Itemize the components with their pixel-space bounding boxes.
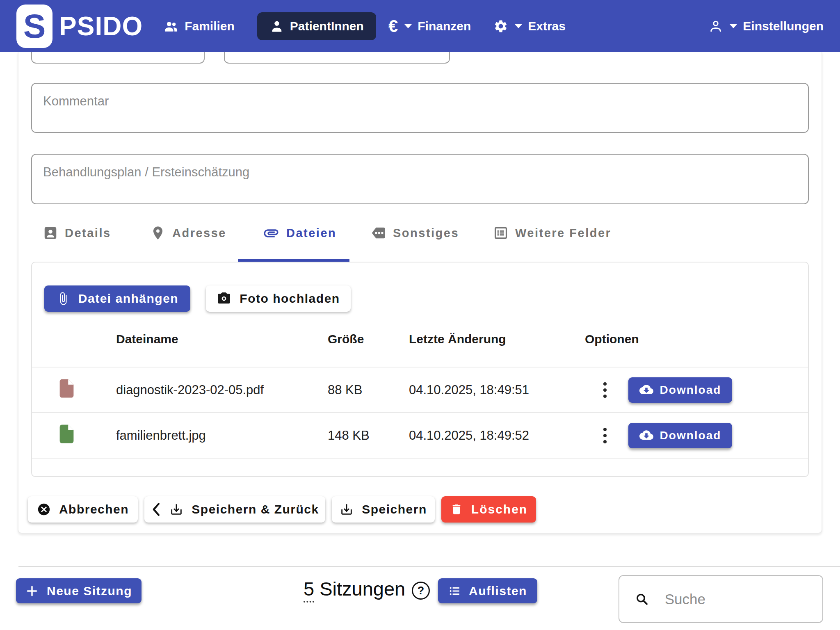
delete-label: Löschen — [471, 502, 527, 516]
save-and-back-button[interactable]: Speichern & Zurück — [144, 496, 325, 523]
location-pin-icon — [150, 225, 166, 241]
nav-label: Finanzen — [418, 19, 471, 33]
nav-item-familien[interactable]: Familien — [163, 18, 235, 34]
cancel-label: Abbrechen — [59, 502, 129, 516]
chevron-left-icon — [151, 502, 161, 516]
search-input[interactable] — [665, 591, 807, 607]
cancel-button[interactable]: Abbrechen — [28, 496, 138, 523]
list-alt-icon — [493, 225, 509, 241]
user-icon — [708, 19, 723, 34]
file-type-cell — [32, 378, 116, 402]
treatment-plan-textarea[interactable]: Behandlungsplan / Ersteinschätzung — [31, 154, 809, 204]
attach-file-label: Datei anhängen — [78, 292, 178, 306]
nav-label: Familien — [185, 19, 235, 33]
nav-label: Extras — [528, 19, 566, 33]
file-modified: 04.10.2025, 18:49:51 — [409, 383, 582, 397]
delete-button[interactable]: Löschen — [441, 496, 536, 523]
attach-file-button[interactable]: Datei anhängen — [44, 285, 190, 312]
download-cell: Download — [628, 423, 808, 448]
nav-item-extras[interactable]: Extras — [493, 19, 566, 34]
download-cell: Download — [628, 377, 808, 403]
file-name: diagnostik-2023-02-05.pdf — [116, 383, 328, 397]
cropped-input-row — [31, 52, 809, 64]
file-name: familienbrett.jpg — [116, 428, 328, 443]
active-tab-underline — [238, 259, 349, 262]
save-and-back-label: Speichern & Zurück — [192, 502, 319, 516]
plus-icon — [25, 584, 39, 598]
trash-icon — [450, 503, 463, 516]
tab-label: Sonstiges — [393, 226, 459, 240]
files-table-header: Dateiname Größe Letzte Änderung Optionen — [32, 330, 808, 349]
save-icon — [169, 502, 183, 516]
col-groesse: Größe — [328, 332, 409, 346]
comment-textarea[interactable]: Kommentar — [31, 83, 809, 133]
cancel-circle-icon — [37, 502, 51, 516]
file-size: 88 KB — [328, 383, 409, 397]
sessions-count-value[interactable]: 5 — [304, 578, 314, 603]
col-dateiname: Dateiname — [116, 332, 328, 346]
brand-title: PSIDO — [59, 11, 143, 41]
upload-photo-button[interactable]: Foto hochladen — [206, 285, 351, 312]
cloud-download-icon — [639, 384, 653, 396]
gear-icon — [493, 19, 508, 34]
pdf-file-icon — [57, 378, 76, 399]
table-row: familienbrett.jpg 148 KB 04.10.2025, 18:… — [32, 413, 808, 459]
nav-item-finanzen[interactable]: € Finanzen — [388, 18, 471, 35]
nav-item-patientinnen[interactable]: PatientInnen — [257, 12, 376, 40]
col-letzte-aenderung: Letzte Änderung — [409, 332, 582, 346]
file-modified: 04.10.2025, 18:49:52 — [409, 428, 582, 443]
new-session-button[interactable]: Neue Sitzung — [16, 578, 142, 603]
download-label: Download — [660, 383, 721, 397]
app-logo[interactable]: S — [16, 5, 52, 48]
account-box-icon — [43, 225, 58, 241]
list-sessions-label: Auflisten — [469, 584, 527, 598]
cropped-input-2[interactable] — [224, 52, 450, 64]
file-size: 148 KB — [328, 428, 409, 443]
nav-label: PatientInnen — [290, 19, 364, 33]
download-button[interactable]: Download — [628, 377, 732, 403]
save-icon — [340, 502, 354, 516]
person-icon — [269, 19, 284, 34]
file-options-menu-button[interactable] — [582, 382, 628, 398]
files-panel: Datei anhängen Foto hochladen Dateiname … — [31, 262, 809, 477]
nav-label: Einstellungen — [743, 19, 824, 33]
tab-label: Adresse — [172, 226, 226, 240]
tab-label: Details — [65, 226, 111, 240]
section-divider — [18, 566, 840, 567]
search-icon — [635, 591, 649, 608]
paperclip-icon — [56, 292, 70, 306]
download-button[interactable]: Download — [628, 423, 732, 448]
nav-item-einstellungen[interactable]: Einstellungen — [708, 19, 824, 34]
chevron-down-icon — [515, 24, 522, 28]
files-table: Dateiname Größe Letzte Änderung Optionen… — [32, 330, 808, 459]
tab-label: Dateien — [286, 226, 336, 240]
treatment-plan-placeholder: Behandlungsplan / Ersteinschätzung — [43, 165, 249, 179]
tab-label: Weitere Felder — [515, 226, 611, 240]
file-type-cell — [32, 423, 116, 448]
sessions-count-heading: 5 Sitzungen — [304, 578, 405, 600]
sessions-count-suffix: Sitzungen — [314, 578, 405, 600]
euro-icon: € — [388, 18, 398, 35]
tab-adresse[interactable]: Adresse — [150, 204, 262, 262]
new-session-label: Neue Sitzung — [47, 584, 132, 598]
top-navbar: S PSIDO Familien PatientInnen € Finanzen — [0, 0, 840, 52]
download-label: Download — [660, 429, 721, 442]
detail-tabs: Details Adresse Dateien — [31, 204, 809, 262]
tab-weitere-felder[interactable]: Weitere Felder — [493, 204, 611, 262]
help-icon[interactable]: ? — [412, 582, 430, 600]
chevron-down-icon — [730, 24, 737, 28]
list-sessions-button[interactable]: Auflisten — [438, 578, 537, 603]
tab-details[interactable]: Details — [43, 204, 150, 262]
session-search[interactable] — [619, 575, 823, 623]
col-optionen: Optionen — [582, 332, 808, 346]
logo-s-glyph: S — [23, 9, 46, 43]
table-row: diagnostik-2023-02-05.pdf 88 KB 04.10.20… — [32, 368, 808, 413]
tab-dateien[interactable]: Dateien — [262, 204, 370, 262]
cropped-input-1[interactable] — [31, 52, 205, 64]
save-button[interactable]: Speichern — [332, 496, 435, 523]
tab-sonstiges[interactable]: Sonstiges — [370, 204, 493, 262]
file-options-menu-button[interactable] — [582, 428, 628, 443]
people-icon — [163, 18, 179, 34]
chevron-down-icon — [404, 24, 412, 28]
file-upload-buttons: Datei anhängen Foto hochladen — [32, 262, 808, 312]
